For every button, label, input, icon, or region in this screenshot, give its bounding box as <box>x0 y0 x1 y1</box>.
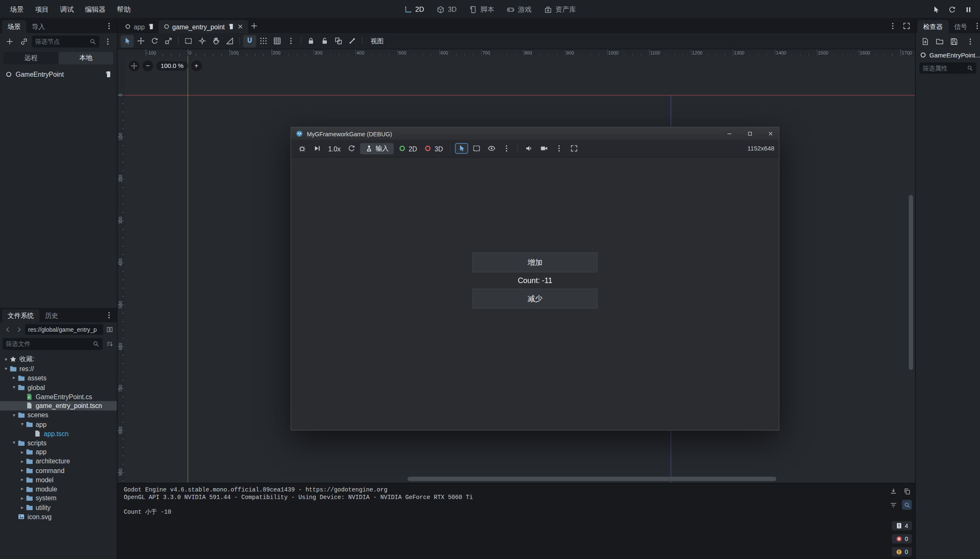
scene-tree-options-button[interactable] <box>101 35 114 47</box>
fs-item-icon-svg[interactable]: icon.svg <box>0 512 117 521</box>
scene-tab-app[interactable]: app <box>120 20 159 33</box>
node-pick-button[interactable] <box>455 143 468 153</box>
nav-back-button[interactable] <box>3 325 13 335</box>
pan-button[interactable] <box>209 35 222 47</box>
grid-snap-button[interactable] <box>257 35 270 47</box>
menu-item-1[interactable]: 项目 <box>30 3 54 16</box>
speed-dropdown[interactable]: 1.0x <box>326 143 343 153</box>
pivot-button[interactable] <box>195 35 209 47</box>
fullscreen-button[interactable] <box>567 143 580 153</box>
snap-config-button[interactable] <box>271 35 284 47</box>
fs-item-model[interactable]: ▸model <box>0 475 117 484</box>
chevron-down-icon[interactable]: ▾ <box>3 357 9 362</box>
filesystem-tab-0[interactable]: 文件系统 <box>2 309 39 322</box>
decrease-button[interactable]: 减少 <box>472 289 597 309</box>
center-view-button[interactable] <box>129 61 139 71</box>
ruler-button[interactable] <box>223 35 236 47</box>
scene-dock-tab-1[interactable]: 导入 <box>26 20 51 33</box>
inspector-menu-button[interactable] <box>973 20 980 32</box>
menu-item-3[interactable]: 编辑器 <box>80 3 111 16</box>
scene-tab-game_entry_point[interactable]: game_entry_point <box>159 20 248 33</box>
fs-item-module[interactable]: ▸module <box>0 484 117 494</box>
menu-item-4[interactable]: 帮助 <box>112 3 136 16</box>
chevron-right-icon[interactable]: ▸ <box>19 504 26 510</box>
view-menu-button[interactable]: 视图 <box>366 35 388 47</box>
zoom-in-button[interactable]: + <box>191 61 201 71</box>
fs-item-game-entry-point-tscn[interactable]: game_entry_point.tscn <box>0 401 117 410</box>
add-node-button[interactable] <box>3 35 16 47</box>
fs-item-system[interactable]: ▸system <box>0 494 117 503</box>
resource-options-menu[interactable] <box>965 36 975 47</box>
filter-properties-input[interactable] <box>923 65 965 71</box>
snap-options-menu[interactable] <box>284 35 297 47</box>
rotate-mode-button[interactable] <box>148 35 161 47</box>
fs-item-assets[interactable]: ▸assets <box>0 373 117 382</box>
fs-item-app-tscn[interactable]: app.tscn <box>0 429 117 438</box>
close-button[interactable] <box>762 127 779 140</box>
warn-count-badge[interactable]: 0 <box>891 547 912 556</box>
scene-source-segment-0[interactable]: 远程 <box>4 52 58 65</box>
unlock-node-button[interactable] <box>318 35 331 47</box>
sort-files-button[interactable] <box>104 339 115 349</box>
inspected-object[interactable]: GameEntryPoint... <box>916 50 980 60</box>
new-resource-button[interactable] <box>920 36 930 47</box>
menu-item-2[interactable]: 调试 <box>55 3 79 16</box>
chevron-right-icon[interactable]: ▸ <box>19 449 26 455</box>
inspector-tab-1[interactable]: 信号 <box>949 20 973 33</box>
workspace-ws-script[interactable]: 脚本 <box>464 3 499 16</box>
game-pick-button[interactable] <box>930 4 941 15</box>
filter-nodes-input[interactable] <box>35 38 87 44</box>
filesystem-tab-1[interactable]: 历史 <box>39 309 64 322</box>
filter-files-input[interactable] <box>5 341 91 347</box>
new-scene-tab-button[interactable] <box>248 20 261 32</box>
load-resource-button[interactable] <box>934 36 945 47</box>
nav-forward-button[interactable] <box>14 325 24 335</box>
expand-viewport-button[interactable] <box>900 20 912 32</box>
current-path[interactable]: res://global/game_entry_p <box>25 324 103 335</box>
scale-mode-button[interactable] <box>162 35 175 47</box>
scene-tab-options-button[interactable] <box>886 20 899 32</box>
menu-item-0[interactable]: 场景 <box>5 3 29 16</box>
next-frame-button[interactable] <box>310 143 323 153</box>
move-mode-button[interactable] <box>134 35 147 47</box>
camera-options-menu[interactable] <box>553 143 566 153</box>
copy-output-button[interactable] <box>902 486 912 496</box>
instance-scene-button[interactable] <box>18 35 30 47</box>
fs-item-architecture[interactable]: ▸architecture <box>0 457 117 466</box>
reset-speed-button[interactable] <box>345 143 358 153</box>
fs-item-scenes[interactable]: ▾scenes <box>0 410 117 419</box>
v-scrollbar-thumb[interactable] <box>909 195 913 370</box>
fs-item-scripts[interactable]: ▾scripts <box>0 438 117 447</box>
close-icon[interactable] <box>237 23 243 30</box>
inspector-tab-0[interactable]: 检查器 <box>917 20 949 33</box>
select-mode-button[interactable] <box>121 35 134 47</box>
chevron-down-icon[interactable]: ▾ <box>10 440 17 445</box>
camera-override-button[interactable] <box>537 143 550 153</box>
chevron-right-icon[interactable]: ▸ <box>10 375 17 381</box>
chevron-down-icon[interactable]: ▾ <box>10 412 17 418</box>
lock-node-button[interactable] <box>305 35 318 47</box>
fs-item-utility[interactable]: ▸utility <box>0 503 117 512</box>
increase-button[interactable]: 增加 <box>472 252 597 273</box>
zoom-level[interactable]: 100.0 % <box>156 61 188 70</box>
search-output-button[interactable] <box>902 500 912 510</box>
list-select-button[interactable] <box>182 35 195 47</box>
workspace-ws-asset[interactable]: 资产库 <box>539 3 581 16</box>
skeleton-options-menu[interactable] <box>346 35 359 47</box>
minimize-button[interactable] <box>721 127 738 140</box>
filter-output-button[interactable] <box>888 500 898 510</box>
save-output-button[interactable] <box>888 486 898 496</box>
scene-dock-menu-button[interactable] <box>102 20 115 32</box>
fs-item-res[interactable]: ▾res:// <box>0 364 117 373</box>
game-restart-button[interactable] <box>946 4 958 15</box>
selection-options-menu[interactable] <box>500 143 513 153</box>
audio-mute-button[interactable] <box>522 143 535 153</box>
group-node-button[interactable] <box>332 35 345 47</box>
scene-source-segment-1[interactable]: 本地 <box>59 52 113 65</box>
fs-item-command[interactable]: ▸command <box>0 466 117 475</box>
camera-2d-button[interactable]: 2D <box>396 143 420 153</box>
fs-item-global[interactable]: ▾global <box>0 382 117 392</box>
camera-3d-button[interactable]: 3D <box>422 143 446 153</box>
chevron-right-icon[interactable]: ▸ <box>19 486 26 491</box>
split-view-button[interactable] <box>104 325 115 335</box>
